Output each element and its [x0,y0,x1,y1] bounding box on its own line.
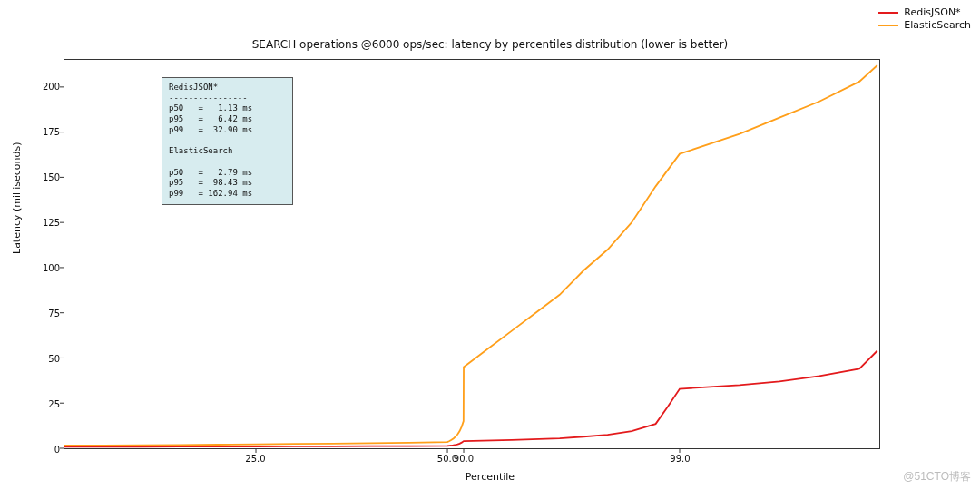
y-tick-label: 150 [24,172,60,182]
y-tick-label: 125 [24,218,60,228]
legend-label: RedisJSON* [904,6,960,18]
legend-item-redis: RedisJSON* [878,6,971,18]
legend-swatch-es [878,24,898,26]
x-tick-label: 25.0 [245,454,265,464]
legend: RedisJSON* ElasticSearch [875,4,975,34]
x-tick-label: 90.0 [454,454,474,464]
watermark: @51CTO博客 [903,469,971,485]
x-tick-label: 99.0 [670,454,690,464]
legend-label: ElasticSearch [904,19,971,31]
y-tick-label: 200 [24,82,60,92]
y-tick-label: 75 [24,309,60,318]
x-axis-label: Percentile [0,471,980,483]
y-tick-label: 100 [24,263,60,273]
stats-annotation: RedisJSON* ---------------- p50 = 1.13 m… [162,77,293,205]
y-tick-label: 25 [24,399,60,409]
y-tick-label: 175 [24,127,60,137]
y-axis-label: Latency (milliseconds) [11,142,23,254]
legend-item-es: ElasticSearch [878,19,971,31]
y-tick-label: 0 [24,445,60,455]
chart-title: SEARCH operations @6000 ops/sec: latency… [0,38,980,51]
legend-swatch-redis [878,12,898,14]
y-tick-label: 50 [24,354,60,364]
